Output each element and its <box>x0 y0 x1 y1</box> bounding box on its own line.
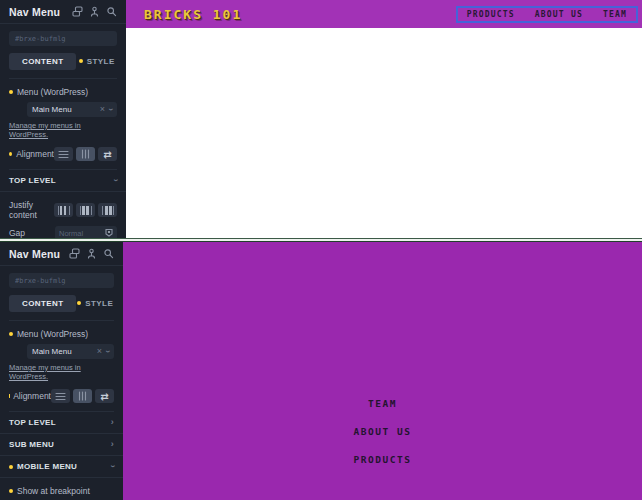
justify-end-button[interactable] <box>98 203 117 217</box>
clear-icon[interactable]: × <box>100 105 105 114</box>
justify-content-row: Justify content <box>9 200 117 220</box>
page: Nav Menu CONTENT STYLE Menu (WordPress) … <box>0 0 642 500</box>
person-icon[interactable] <box>89 6 100 17</box>
align-vertical-button[interactable] <box>76 147 95 161</box>
show-at-breakpoint-label: Show at breakpoint <box>9 486 114 496</box>
search-icon[interactable] <box>103 248 114 259</box>
chevron-down-icon: › <box>108 465 117 468</box>
nav-item-team[interactable]: TEAM <box>603 10 627 19</box>
element-id-input[interactable] <box>9 273 114 288</box>
chevron-down-icon[interactable]: › <box>103 350 112 353</box>
tab-content[interactable]: CONTENT <box>9 53 76 70</box>
gap-row: Gap <box>9 226 117 238</box>
panel-title: Nav Menu <box>9 248 60 260</box>
duplicate-icon[interactable] <box>72 6 83 17</box>
nav-item-products[interactable]: PRODUCTS <box>123 454 642 465</box>
builder-canvas-mobile: TEAM ABOUT US PRODUCTS <box>123 242 642 500</box>
tab-style[interactable]: STYLE <box>76 299 114 308</box>
tab-content[interactable]: CONTENT <box>9 295 76 312</box>
mobile-nav-menu[interactable]: TEAM ABOUT US PRODUCTS <box>123 398 642 482</box>
section-top-level[interactable]: TOP LEVEL › <box>0 170 126 192</box>
site-logo[interactable]: BRICKS 101 <box>144 7 242 22</box>
section-sub-menu[interactable]: SUB MENU › <box>0 434 123 456</box>
screenshot-bottom: TEAM ABOUT US PRODUCTS Nav Menu CONTENT … <box>0 242 642 500</box>
panel-header: Nav Menu <box>0 0 126 24</box>
section-mobile-menu[interactable]: MOBILE MENU › <box>0 456 123 478</box>
swap-icon: ⇄ <box>100 391 108 402</box>
modified-dot <box>79 59 83 63</box>
element-settings-panel: Nav Menu CONTENT STYLE Menu (WordPress) … <box>0 0 126 238</box>
chevron-down-icon[interactable]: › <box>106 108 115 111</box>
element-settings-panel: Nav Menu CONTENT STYLE Menu (WordPress) … <box>0 242 123 500</box>
search-icon[interactable] <box>106 6 117 17</box>
menu-wordpress-label: Menu (WordPress) <box>9 87 117 97</box>
screenshot-top: Nav Menu CONTENT STYLE Menu (WordPress) … <box>0 0 642 238</box>
menu-wordpress-label: Menu (WordPress) <box>9 329 114 339</box>
element-id-input[interactable] <box>9 31 117 46</box>
align-horizontal-button[interactable] <box>54 147 73 161</box>
swap-direction-button[interactable]: ⇄ <box>98 147 117 161</box>
section-top-level[interactable]: TOP LEVEL › <box>0 412 123 434</box>
nav-menu-element-selected[interactable]: PRODUCTS ABOUT US TEAM <box>456 6 638 23</box>
swap-icon: ⇄ <box>103 149 111 160</box>
manage-menus-link[interactable]: Manage my menus in WordPress. <box>9 363 114 381</box>
panel-header: Nav Menu <box>0 242 123 266</box>
site-header: BRICKS 101 PRODUCTS ABOUT US TEAM <box>126 0 642 28</box>
clear-icon[interactable]: × <box>97 347 102 356</box>
justify-center-button[interactable] <box>76 203 95 217</box>
chevron-right-icon: › <box>111 418 114 427</box>
nav-item-about-us[interactable]: ABOUT US <box>535 10 583 19</box>
dynamic-data-icon[interactable] <box>105 228 113 239</box>
alignment-row: Alignment ⇄ <box>9 147 117 161</box>
menu-select[interactable]: Main Menu × › <box>27 344 114 359</box>
manage-menus-link[interactable]: Manage my menus in WordPress. <box>9 121 117 139</box>
swap-direction-button[interactable]: ⇄ <box>95 389 114 403</box>
tab-style[interactable]: STYLE <box>76 57 117 66</box>
nav-item-products[interactable]: PRODUCTS <box>467 10 515 19</box>
justify-start-button[interactable] <box>54 203 73 217</box>
nav-item-team[interactable]: TEAM <box>123 398 642 409</box>
panel-title: Nav Menu <box>9 6 60 18</box>
gap-input[interactable] <box>55 226 117 238</box>
builder-canvas-desktop: BRICKS 101 PRODUCTS ABOUT US TEAM <box>126 0 642 238</box>
menu-select[interactable]: Main Menu × › <box>27 102 117 117</box>
chevron-right-icon: › <box>111 440 114 449</box>
person-icon[interactable] <box>86 248 97 259</box>
alignment-row: Alignment ⇄ <box>9 389 114 403</box>
nav-item-about-us[interactable]: ABOUT US <box>123 426 642 437</box>
duplicate-icon[interactable] <box>69 248 80 259</box>
gap-value-input[interactable] <box>59 229 105 238</box>
align-vertical-button[interactable] <box>73 389 92 403</box>
align-horizontal-button[interactable] <box>51 389 70 403</box>
chevron-down-icon: › <box>111 179 120 182</box>
modified-dot <box>77 301 81 305</box>
